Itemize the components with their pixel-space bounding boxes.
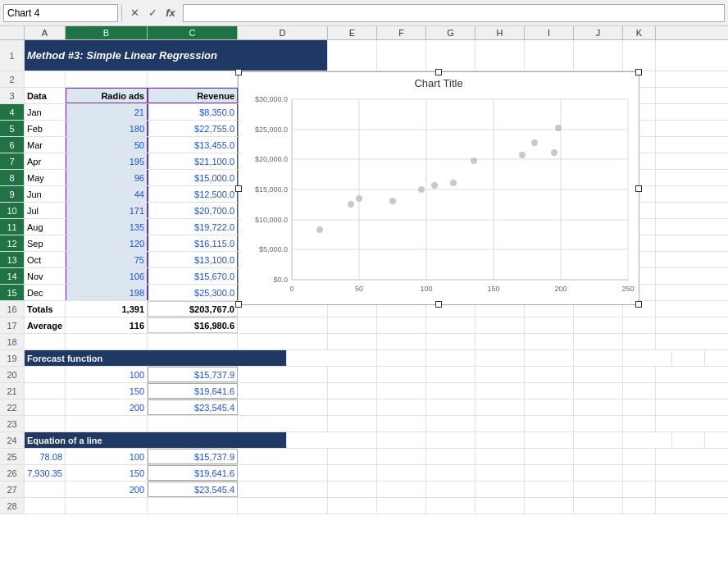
cell-7-C[interactable]: $21,100.0: [148, 153, 238, 169]
cell-8-B[interactable]: 96: [66, 170, 148, 185]
col-header-A[interactable]: A: [25, 26, 66, 39]
column-headers: A B C D E F G H I J K: [0, 26, 728, 40]
cell-25-C[interactable]: $15,737.9: [148, 449, 238, 464]
cell-3-B[interactable]: Radio ads: [66, 88, 148, 103]
cell-17-B[interactable]: 116: [66, 317, 148, 333]
cell-12-A[interactable]: Sep: [25, 235, 66, 251]
cell-26-B[interactable]: 150: [66, 465, 148, 481]
table-row: 20 100 $15,737.9: [0, 367, 728, 383]
chart-handle-tl[interactable]: [235, 69, 242, 75]
cell-3-C[interactable]: Revenue: [148, 88, 238, 103]
confirm-button[interactable]: ✓: [143, 4, 162, 22]
cell-16-C[interactable]: $203,767.0: [148, 301, 238, 317]
cell-11-C[interactable]: $19,722.0: [148, 219, 238, 235]
cell-9-A[interactable]: Jun: [25, 186, 66, 202]
cell-15-C[interactable]: $25,300.0: [148, 285, 238, 300]
cell-14-A[interactable]: Nov: [25, 268, 66, 284]
chart-container[interactable]: Chart Title: [238, 71, 639, 305]
chart-handle-tm[interactable]: [435, 69, 442, 75]
cell-11-B[interactable]: 135: [66, 219, 148, 235]
cell-21-B[interactable]: 150: [66, 383, 148, 399]
col-header-B[interactable]: B: [66, 26, 148, 39]
cell-22-C[interactable]: $23,545.4: [148, 399, 238, 415]
cell-22-B[interactable]: 200: [66, 399, 148, 415]
cell-26-C[interactable]: $19,641.6: [148, 465, 238, 481]
col-header-J[interactable]: J: [574, 26, 623, 39]
chart-handle-bm[interactable]: [435, 301, 442, 308]
cell-21-C[interactable]: $19,641.6: [148, 383, 238, 399]
col-header-C[interactable]: C: [148, 26, 238, 39]
cell-16-B[interactable]: 1,391: [66, 301, 148, 317]
cell-17-A[interactable]: Average: [25, 317, 66, 333]
col-header-E[interactable]: E: [328, 26, 377, 39]
cell-22-H: [475, 399, 525, 415]
cell-25-A[interactable]: 78.08: [25, 449, 66, 464]
cell-12-C[interactable]: $16,115.0: [148, 235, 238, 251]
cell-9-B[interactable]: 44: [66, 186, 148, 202]
chart-handle-mr[interactable]: [635, 185, 642, 192]
cell-13-C[interactable]: $13,100.0: [148, 252, 238, 267]
cell-10-B[interactable]: 171: [66, 203, 148, 218]
cell-24-K: [672, 432, 705, 448]
cell-26-A[interactable]: 7,930.35: [25, 465, 66, 481]
cell-8-A[interactable]: May: [25, 170, 66, 185]
chart-handle-tr[interactable]: [635, 69, 642, 75]
cell-13-A[interactable]: Oct: [25, 252, 66, 267]
cell-10-A[interactable]: Jul: [25, 203, 66, 218]
cell-1-F: [377, 40, 426, 71]
cell-27-C[interactable]: $23,545.4: [148, 482, 238, 497]
col-header-F[interactable]: F: [377, 26, 426, 39]
cell-9-C[interactable]: $12,500.0: [148, 186, 238, 202]
cell-5-C[interactable]: $22,755.0: [148, 121, 238, 136]
col-header-H[interactable]: H: [475, 26, 525, 39]
cell-10-C[interactable]: $20,700.0: [148, 203, 238, 218]
cell-5-B[interactable]: 180: [66, 121, 148, 136]
cell-27-E: [328, 482, 377, 497]
cell-6-B[interactable]: 50: [66, 137, 148, 153]
cell-14-C[interactable]: $15,670.0: [148, 268, 238, 284]
chart-handle-bl[interactable]: [235, 301, 242, 308]
chart-handle-ml[interactable]: [235, 185, 242, 192]
cell-2-B: [66, 71, 148, 87]
cell-25-K: [623, 449, 656, 464]
col-header-I[interactable]: I: [525, 26, 574, 39]
cell-6-C[interactable]: $13,455.0: [148, 137, 238, 153]
cell-1-A[interactable]: Method #3: Simple Linear Regression: [25, 40, 328, 71]
cell-5-A[interactable]: Feb: [25, 121, 66, 136]
cell-3-A[interactable]: Data: [25, 88, 66, 103]
cell-7-A[interactable]: Apr: [25, 153, 66, 169]
col-header-G[interactable]: G: [426, 26, 475, 39]
cell-4-B[interactable]: 21: [66, 104, 148, 120]
cell-15-A[interactable]: Dec: [25, 285, 66, 300]
table-row: 18: [0, 334, 728, 350]
cell-20-B[interactable]: 100: [66, 367, 148, 382]
cell-12-B[interactable]: 120: [66, 235, 148, 251]
cell-15-B[interactable]: 198: [66, 285, 148, 300]
cell-4-A[interactable]: Jan: [25, 104, 66, 120]
col-header-D[interactable]: D: [238, 26, 328, 39]
table-row: 21 150 $19,641.6: [0, 383, 728, 399]
cell-21-J: [574, 383, 623, 399]
formula-input[interactable]: [183, 4, 725, 22]
cell-22-A: [25, 399, 66, 415]
cell-27-B[interactable]: 200: [66, 482, 148, 497]
col-header-K[interactable]: K: [623, 26, 656, 39]
cell-14-B[interactable]: 106: [66, 268, 148, 284]
cancel-button[interactable]: ✕: [125, 4, 143, 22]
cell-4-C[interactable]: $8,350.0: [148, 104, 238, 120]
cell-20-C[interactable]: $15,737.9: [148, 367, 238, 382]
cell-13-B[interactable]: 75: [66, 252, 148, 267]
cell-11-A[interactable]: Aug: [25, 219, 66, 235]
name-box[interactable]: [3, 4, 118, 22]
cell-8-C[interactable]: $15,000.0: [148, 170, 238, 185]
cell-17-F: [377, 317, 426, 333]
chart-handle-br[interactable]: [635, 301, 642, 308]
formula-button[interactable]: fx: [162, 4, 180, 22]
cell-16-A[interactable]: Totals: [25, 301, 66, 317]
cell-6-A[interactable]: Mar: [25, 137, 66, 153]
cell-25-B[interactable]: 100: [66, 449, 148, 464]
cell-23-E: [328, 416, 377, 431]
cell-7-B[interactable]: 195: [66, 153, 148, 169]
cell-17-C[interactable]: $16,980.6: [148, 317, 238, 333]
toolbar-divider: [121, 5, 122, 21]
